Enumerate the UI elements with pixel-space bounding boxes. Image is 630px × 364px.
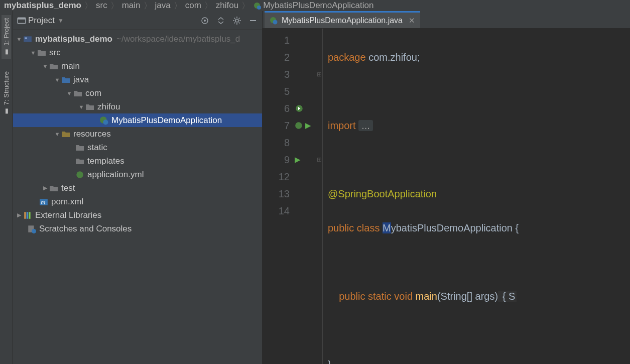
tree-label: mybatisplus_demo — [35, 34, 112, 44]
expand-all-icon[interactable] — [216, 16, 226, 26]
class-icon — [270, 17, 278, 25]
tree-item-resources[interactable]: ▼ resources — [13, 127, 262, 141]
crumb[interactable]: com — [185, 1, 201, 11]
arrow-down-icon[interactable]: ▼ — [30, 50, 36, 56]
tree-item-com[interactable]: ▼ com — [13, 86, 262, 100]
run-gutter-icon[interactable]: ▶ — [295, 117, 316, 134]
tree-label: zhifou — [97, 102, 120, 112]
gear-icon[interactable] — [232, 16, 242, 26]
folded-imports[interactable]: ... — [358, 120, 373, 131]
project-tool-tab[interactable]: ▮ 1: Project — [2, 15, 11, 59]
project-tree[interactable]: ▼ mybatisplus_demo ~/workspace/idea/myba… — [13, 30, 262, 364]
tree-item-scratches[interactable]: Scratches and Consoles — [13, 222, 262, 235]
crumb[interactable]: main — [122, 1, 141, 11]
crumb[interactable]: MybatisPlusDemoApplication — [263, 1, 373, 11]
class-icon — [99, 116, 108, 125]
folder-icon — [49, 62, 58, 70]
brace: { — [513, 222, 519, 233]
crumb[interactable]: src — [96, 1, 107, 11]
svg-rect-3 — [18, 18, 26, 19]
tree-item-java[interactable]: ▼ java — [13, 73, 262, 86]
tree-label: resources — [73, 129, 111, 139]
tree-root[interactable]: ▼ mybatisplus_demo ~/workspace/idea/myba… — [13, 32, 262, 46]
tree-label: main — [61, 61, 80, 71]
close-icon[interactable]: ✕ — [409, 16, 415, 25]
caret-char: M — [383, 222, 391, 233]
svg-point-11 — [103, 119, 108, 125]
crumb[interactable]: mybatisplus_demo — [4, 1, 81, 11]
tree-item-templates[interactable]: templates — [13, 154, 262, 168]
editor-area: MybatisPlusDemoApplication.java ✕ 1 2 3 … — [263, 11, 630, 364]
arrow-down-icon[interactable]: ▼ — [16, 36, 22, 42]
tree-item-application-yml[interactable]: application.yml — [13, 168, 262, 181]
arrow-down-icon[interactable]: ▼ — [78, 104, 84, 110]
crumb[interactable]: zhifou — [216, 1, 238, 11]
svg-point-1 — [257, 6, 261, 10]
tree-label: test — [61, 183, 75, 193]
folded-body[interactable]: { S — [498, 291, 517, 302]
tree-item-app-class[interactable]: MybatisPlusDemoApplication — [13, 113, 262, 127]
code-content[interactable]: package com.zhifou; import ... @SpringBo… — [323, 29, 630, 364]
run-gutter-icon[interactable]: ▶ — [295, 151, 316, 168]
line-number: 6 — [263, 100, 290, 117]
arrow-down-icon[interactable]: ▼ — [54, 77, 60, 83]
line-number: 14 — [263, 202, 290, 219]
resources-folder-icon — [61, 130, 70, 138]
tab-label: MybatisPlusDemoApplication.java — [282, 16, 403, 25]
tree-path: ~/workspace/idea/mybatisplus_d — [116, 34, 240, 44]
breadcrumb: mybatisplus_demo 〉 src 〉 main 〉 java 〉 c… — [0, 0, 630, 11]
line-number: 7 — [263, 117, 290, 134]
tree-item-src[interactable]: ▼ src — [13, 46, 262, 59]
structure-tool-tab[interactable]: ▮ 7: Structure — [2, 68, 11, 118]
arrow-down-icon[interactable]: ▼ — [54, 131, 60, 137]
tree-item-test[interactable]: ▶ test — [13, 181, 262, 195]
arrow-down-icon[interactable]: ▼ — [42, 63, 48, 69]
line-number: 3 — [263, 66, 290, 83]
maven-icon: m — [39, 198, 48, 206]
brace: } — [328, 359, 331, 364]
tree-item-zhifou[interactable]: ▼ zhifou — [13, 100, 262, 113]
structure-tool-label: 7: Structure — [3, 71, 10, 105]
tree-item-pom[interactable]: m pom.xml — [13, 195, 262, 208]
package-icon — [85, 103, 94, 111]
class-name: ybatisPlusDemoApplication — [391, 222, 513, 233]
chevron-down-icon[interactable]: ▼ — [58, 17, 64, 24]
scratches-icon — [27, 225, 36, 233]
editor-tab[interactable]: MybatisPlusDemoApplication.java ✕ — [265, 11, 420, 28]
arrow-right-icon[interactable]: ▶ — [42, 185, 48, 191]
code-editor[interactable]: 1 2 3 5 6 7 8 9 12 13 14 ▶ ▶ — [263, 29, 630, 364]
yml-icon — [75, 171, 84, 179]
chevron-right-icon: 〉 — [174, 0, 182, 12]
crumb[interactable]: java — [155, 1, 171, 11]
folder-icon — [75, 144, 84, 152]
annotation: @SpringBootApplication — [328, 188, 437, 199]
fold-expand-icon[interactable]: ⊞ — [316, 66, 322, 83]
chevron-right-icon: 〉 — [204, 0, 213, 12]
fold-expand-icon[interactable]: ⊞ — [316, 151, 322, 168]
tree-item-static[interactable]: static — [13, 141, 262, 154]
tree-item-external-libraries[interactable]: ▶ External Libraries — [13, 208, 262, 222]
panel-title[interactable]: Project — [28, 16, 55, 26]
folder-icon — [49, 184, 58, 192]
target-icon[interactable] — [200, 16, 210, 26]
arrow-down-icon[interactable]: ▼ — [66, 90, 72, 96]
svg-rect-9 — [25, 37, 27, 38]
svg-rect-16 — [27, 212, 28, 219]
kw: import — [328, 120, 356, 131]
tree-label: MybatisPlusDemoApplication — [111, 115, 222, 126]
editor-tabs: MybatisPlusDemoApplication.java ✕ — [263, 11, 630, 29]
line-number: 8 — [263, 134, 290, 151]
line-number: 2 — [263, 49, 290, 66]
bean-gutter-icon[interactable] — [295, 100, 316, 117]
svg-rect-7 — [250, 20, 256, 21]
tool-window-bar: ▮ 1: Project ▮ 7: Structure — [0, 11, 13, 364]
hide-icon[interactable] — [248, 16, 258, 26]
source-folder-icon — [61, 76, 70, 84]
svg-point-23 — [295, 122, 302, 129]
svg-rect-15 — [24, 212, 26, 219]
tree-item-main[interactable]: ▼ main — [13, 59, 262, 73]
line-number: 9 — [263, 151, 290, 168]
folder-icon — [37, 49, 46, 57]
tree-label: pom.xml — [51, 197, 83, 207]
arrow-right-icon[interactable]: ▶ — [16, 212, 22, 218]
